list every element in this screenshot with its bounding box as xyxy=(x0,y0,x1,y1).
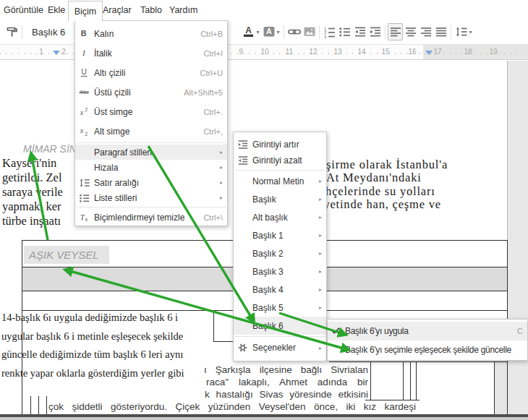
menu-item-baslik-5[interactable]: Başlık 5▸ xyxy=(234,299,326,317)
menu-item-i-talik[interactable]: IİtalikCtrl+I xyxy=(75,43,227,63)
below-page-area xyxy=(0,417,528,420)
menu-item-label: Başlık 6'yı uygula xyxy=(345,326,409,336)
menu-item-label: Altı çizili xyxy=(94,68,125,78)
numbered-list-button[interactable]: 123 xyxy=(322,23,337,40)
menu-item-alt-simge[interactable]: x2Alt simgeCtrl+, xyxy=(75,121,227,141)
menu-item-baslik[interactable]: Başlık▸ xyxy=(234,190,326,208)
body-text-line: Kayseri'nin xyxy=(2,156,56,171)
ruler-mark-12: 12 xyxy=(309,48,317,56)
menu-item-satir-araligi[interactable]: Satır aralığı▸ xyxy=(75,175,227,190)
menu-item-label: Başlık xyxy=(252,194,276,205)
menubar-item-tablo[interactable]: Tablo xyxy=(140,5,162,15)
menu-item-baslik-6[interactable]: Başlık 6▸ xyxy=(234,317,326,335)
menu-item-label: Seçenekler xyxy=(252,343,296,353)
menu-item-alti-cizili[interactable]: UAltı çiziliCtrl+U xyxy=(75,63,227,82)
table-border-line xyxy=(494,361,495,414)
align-center-button[interactable] xyxy=(403,23,418,40)
align-right-button[interactable] xyxy=(418,23,433,40)
body-text-line: türbe inşaatı xyxy=(2,214,61,228)
menu-item-bicimlendirmeyi-temizle[interactable]: TxBiçimlendirmeyi temizleCtrl+\ xyxy=(75,209,227,226)
menubar-item-goruntule[interactable]: Görüntüle xyxy=(4,5,43,15)
menu-item-alt-baslik[interactable]: Alt başlık▸ xyxy=(234,208,326,226)
menu-item-baslik-6-yi-uygula[interactable]: Başlık 6'yı uygulaC xyxy=(328,322,527,340)
menu-item-shortcut: Ctrl+\ xyxy=(197,213,223,222)
menu-item-label: Başlık 4 xyxy=(252,285,284,295)
subscript-icon: x2 xyxy=(79,126,90,137)
menu-item-label: Normal Metin xyxy=(252,176,304,187)
ruler-mark-15: 15 xyxy=(381,48,389,56)
right-margin-marker[interactable] xyxy=(425,51,433,55)
bulleted-list-button[interactable] xyxy=(337,23,352,40)
menubar-item-yardim[interactable]: Yardım xyxy=(169,5,197,15)
menubar-item-bicim-open[interactable]: Biçim xyxy=(68,1,103,21)
menu-item-baslik-3[interactable]: Başlık 3▸ xyxy=(234,262,326,280)
ruler-mark-11: 11 xyxy=(286,48,293,56)
line-spacing-button[interactable]: ▾ xyxy=(454,23,474,40)
insert-link-icon xyxy=(288,25,301,38)
menu-item-liste-stilleri[interactable]: Liste stilleri▸ xyxy=(75,190,227,205)
format-menu: BKalınCtrl+BIİtalikCtrl+IUAltı çiziliCtr… xyxy=(74,20,228,226)
menu-item-ust-simge[interactable]: x2Üst simgeCtrl+. xyxy=(75,102,227,121)
page-background-gutter xyxy=(508,61,528,414)
table-border-line xyxy=(365,400,420,400)
menu-item-ustu-cizili[interactable]: AbcÜstü çiziliAlt+Shift+5 xyxy=(75,82,227,102)
chevron-down-icon: ▾ xyxy=(276,29,279,35)
menu-item-paragraf-stilleri[interactable]: Paragraf stilleri▸ xyxy=(75,145,227,160)
menu-item-baslik-2[interactable]: Başlık 2▸ xyxy=(234,244,326,262)
body-text-line: iyetinde han, çeşme ve xyxy=(320,197,465,212)
menu-item-girintiyi-artir[interactable]: Girintiyi artır xyxy=(234,137,326,153)
svg-text:A: A xyxy=(246,25,252,35)
increase-indent-button[interactable] xyxy=(367,23,383,40)
insert-image-button[interactable] xyxy=(302,23,317,40)
menu-item-secenekler[interactable]: Seçenekler▸ xyxy=(234,338,326,357)
decrease-indent-icon xyxy=(234,155,252,166)
menu-item-normal-metin[interactable]: Normal Metin▸ xyxy=(234,172,326,190)
svg-text:x: x xyxy=(85,216,88,223)
menu-separator xyxy=(76,207,226,207)
svg-text:B: B xyxy=(81,29,87,38)
decrease-indent-button[interactable] xyxy=(352,23,367,40)
menu-item-label: Satır aralığı xyxy=(94,178,139,188)
menu-item-shortcut: Ctrl+. xyxy=(197,108,223,116)
toolbar-right-group: A▾A▾123▾ xyxy=(241,23,474,40)
align-left-button[interactable] xyxy=(388,23,403,40)
menu-item-label: Başlık 1 xyxy=(252,231,284,241)
submenu-arrow-icon: ▸ xyxy=(319,232,322,239)
underline-icon: U xyxy=(75,67,94,79)
left-indent-marker[interactable] xyxy=(53,51,60,55)
submenu-arrow-icon: ▸ xyxy=(220,179,223,186)
bulleted-list-icon xyxy=(338,25,352,38)
menu-item-shortcut: Ctrl+U xyxy=(195,69,223,77)
menu-item-shortcut: Alt+Shift+5 xyxy=(178,88,223,97)
text-color-button[interactable]: A▾ xyxy=(241,23,261,40)
gear-icon xyxy=(234,342,252,353)
story-text-line: k hastalığı Sivas yöresinde etkisini xyxy=(205,389,368,400)
menubar-item-ekle[interactable]: Ekle xyxy=(48,5,65,15)
menu-item-baslik-6-yi-secimle-eslesecek-sekilde-guncelle[interactable]: Başlık 6'yı seçimle eşleşecek şekilde gü… xyxy=(328,340,527,359)
table-cell-label: AŞIK VEYSEL xyxy=(29,249,99,261)
clear-formatting-icon: Tx xyxy=(75,212,94,223)
document-heading: MİMAR SİN xyxy=(23,143,77,155)
toolbar-left-group: Başlık 6 xyxy=(4,23,72,40)
submenu-arrow-icon: ▸ xyxy=(220,149,223,155)
menu-item-shortcut: C xyxy=(511,327,523,335)
insert-link-button[interactable] xyxy=(286,23,302,40)
menu-item-girintiyi-azalt[interactable]: Girintiyi azalt xyxy=(234,153,326,168)
menubar-item-araclar[interactable]: Araçlar xyxy=(103,5,132,15)
toolbar-separator xyxy=(451,25,451,39)
paint-format-button[interactable] xyxy=(4,23,20,40)
justify-button[interactable] xyxy=(433,23,448,40)
menu-item-hizala[interactable]: Hizala▸ xyxy=(75,160,227,175)
increase-indent-icon xyxy=(369,25,382,38)
submenu-arrow-icon: ▸ xyxy=(319,196,322,202)
insert-image-icon xyxy=(303,25,316,38)
tutorial-note-line: renkte yapar oklarla gösterdiğim yerler … xyxy=(1,367,184,380)
style-selector[interactable]: Başlık 6 xyxy=(25,23,72,40)
table-border-line xyxy=(46,396,47,414)
menu-item-baslik-1[interactable]: Başlık 1▸ xyxy=(234,226,326,244)
highlight-color-button[interactable]: A▾ xyxy=(261,23,281,40)
menu-item-baslik-4[interactable]: Başlık 4▸ xyxy=(234,280,326,299)
line-spacing-icon xyxy=(79,177,90,189)
menu-item-kalin[interactable]: BKalınCtrl+B xyxy=(75,24,227,43)
style-selector-value: Başlık 6 xyxy=(32,27,65,38)
